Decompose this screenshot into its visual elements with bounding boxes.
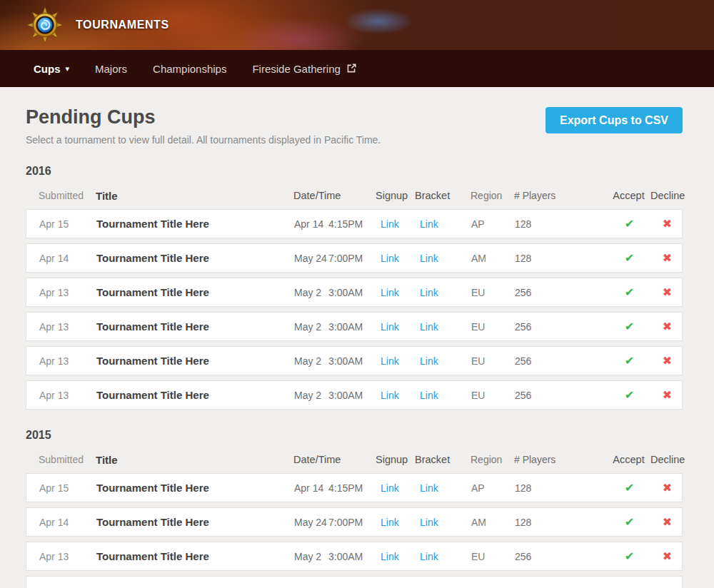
decline-x-icon[interactable]: ✖ <box>663 390 672 401</box>
event-date: Apr 14 <box>294 218 328 230</box>
event-time: 3:00AM <box>328 355 376 367</box>
tournament-row[interactable]: Apr 13 Tournament Title Here May 2 3:00A… <box>26 542 683 571</box>
signup-link[interactable]: Link <box>376 517 399 528</box>
bracket-link[interactable]: Link <box>416 482 438 494</box>
accept-check-icon[interactable]: ✔ <box>625 321 634 333</box>
accept-check-icon[interactable]: ✔ <box>625 287 634 298</box>
signup-link[interactable]: Link <box>376 551 399 562</box>
signup-link[interactable]: Link <box>376 355 399 367</box>
bracket-link[interactable]: Link <box>416 517 438 528</box>
column-header-title: Title <box>96 454 293 466</box>
section-year-heading: 2016 <box>26 165 683 178</box>
decline-x-icon[interactable]: ✖ <box>663 551 672 562</box>
tournament-title: Tournament Title Here <box>96 252 294 264</box>
decline-x-icon[interactable]: ✖ <box>663 355 672 367</box>
tournament-title: Tournament Title Here <box>96 218 294 230</box>
nav-item-fireside-gathering[interactable]: Fireside Gathering <box>252 63 356 75</box>
tournament-row[interactable]: Apr 15 Tournament Title Here Apr 14 4:15… <box>26 209 683 238</box>
year-section: 2016 SubmittedTitleDate/TimeSignupBracke… <box>26 165 683 410</box>
nav-item-championships[interactable]: Championships <box>153 63 226 75</box>
tournament-row[interactable]: Apr 14 Tournament Title Here May 24 7:00… <box>26 243 683 273</box>
bracket-link[interactable]: Link <box>416 551 438 562</box>
decline-x-icon[interactable]: ✖ <box>663 218 672 230</box>
nav-item-cups[interactable]: Cups ▾ <box>34 63 69 75</box>
player-count: 128 <box>515 253 608 264</box>
column-header-date-time: Date/Time <box>293 454 376 465</box>
submitted-date: Apr 13 <box>26 321 96 333</box>
page-title: Pending Cups <box>26 105 381 129</box>
accept-check-icon[interactable]: ✔ <box>625 551 634 562</box>
region: AM <box>471 253 515 264</box>
signup-link[interactable]: Link <box>376 482 399 494</box>
accept-check-icon[interactable]: ✔ <box>625 517 634 528</box>
tournament-row[interactable]: Apr 14 Tournament Title Here May 24 7:00… <box>26 507 683 537</box>
tournament-row[interactable]: Apr 13 Tournament Title Here May 2 3:00A… <box>26 312 683 341</box>
event-time: 3:00AM <box>328 287 376 298</box>
page-content: Pending Cups Select a tournament to view… <box>0 87 714 588</box>
decline-x-icon[interactable]: ✖ <box>663 253 672 264</box>
bracket-link[interactable]: Link <box>416 355 438 367</box>
tournament-row[interactable]: Apr 13 Tournament Title Here May 2 3:00A… <box>26 346 683 375</box>
bracket-link[interactable]: Link <box>416 390 438 401</box>
accept-check-icon[interactable]: ✔ <box>625 482 634 494</box>
region: AP <box>471 482 515 494</box>
signup-link[interactable]: Link <box>376 253 399 264</box>
player-count: 256 <box>515 287 608 298</box>
submitted-date: Apr 15 <box>26 482 96 494</box>
player-count: 128 <box>515 218 608 230</box>
bracket-link[interactable]: Link <box>416 321 438 333</box>
tournament-title: Tournament Title Here <box>96 482 294 494</box>
column-header-submitted: Submitted <box>26 454 96 465</box>
signup-link[interactable]: Link <box>376 390 399 401</box>
submitted-date: Apr 13 <box>26 551 96 562</box>
table-rows: Apr 15 Tournament Title Here Apr 14 4:15… <box>26 209 683 410</box>
accept-check-icon[interactable]: ✔ <box>625 218 634 230</box>
event-time: 3:00AM <box>328 390 376 401</box>
main-nav: Cups ▾ Majors Championships Fireside Gat… <box>0 50 714 87</box>
event-date: May 2 <box>294 355 328 367</box>
accept-check-icon[interactable]: ✔ <box>625 355 634 367</box>
region: AP <box>471 218 515 230</box>
player-count: 128 <box>515 517 608 528</box>
nav-item-majors[interactable]: Majors <box>95 63 127 75</box>
accept-check-icon[interactable]: ✔ <box>625 253 634 264</box>
tournament-title: Tournament Title Here <box>96 550 294 562</box>
signup-link[interactable]: Link <box>376 287 399 298</box>
hearthstone-logo-icon <box>26 6 64 44</box>
bracket-link[interactable]: Link <box>416 218 438 230</box>
chevron-down-icon: ▾ <box>66 65 70 73</box>
signup-link[interactable]: Link <box>376 321 399 333</box>
tournament-row[interactable]: Apr 13 Tournament Title Here May 2 3:00A… <box>26 278 683 307</box>
column-header--players: # Players <box>514 190 607 201</box>
accept-check-icon[interactable]: ✔ <box>625 390 634 401</box>
signup-link[interactable]: Link <box>376 218 399 230</box>
column-header-date-time: Date/Time <box>293 190 376 201</box>
nav-cups-label: Cups <box>34 63 61 75</box>
column-header-accept: Accept <box>607 190 650 201</box>
tournament-row-cutoff[interactable] <box>26 576 683 588</box>
export-cups-csv-button[interactable]: Export Cups to CSV <box>545 107 683 133</box>
decline-x-icon[interactable]: ✖ <box>663 321 672 333</box>
column-header-bracket: Bracket <box>415 454 471 465</box>
tournament-row[interactable]: Apr 15 Tournament Title Here Apr 14 4:15… <box>26 473 683 502</box>
external-link-icon <box>347 63 356 75</box>
event-time: 3:00AM <box>328 551 376 562</box>
tournament-row[interactable]: Apr 13 Tournament Title Here May 2 3:00A… <box>26 380 683 410</box>
region: EU <box>471 321 515 333</box>
decline-x-icon[interactable]: ✖ <box>663 287 672 298</box>
table-header-row: SubmittedTitleDate/TimeSignupBracketRegi… <box>26 188 683 203</box>
decline-x-icon[interactable]: ✖ <box>663 517 672 528</box>
event-time: 7:00PM <box>328 253 376 264</box>
region: EU <box>471 390 515 401</box>
sections: 2016 SubmittedTitleDate/TimeSignupBracke… <box>26 165 683 588</box>
tournament-title: Tournament Title Here <box>96 389 294 401</box>
page-header: Pending Cups Select a tournament to view… <box>26 105 683 146</box>
event-time: 3:00AM <box>328 321 376 333</box>
bracket-link[interactable]: Link <box>416 253 438 264</box>
column-header-region: Region <box>471 454 514 465</box>
column-header-bracket: Bracket <box>415 190 471 201</box>
event-date: May 24 <box>294 253 328 264</box>
decline-x-icon[interactable]: ✖ <box>663 482 672 494</box>
event-date: May 2 <box>294 287 328 298</box>
bracket-link[interactable]: Link <box>416 287 438 298</box>
